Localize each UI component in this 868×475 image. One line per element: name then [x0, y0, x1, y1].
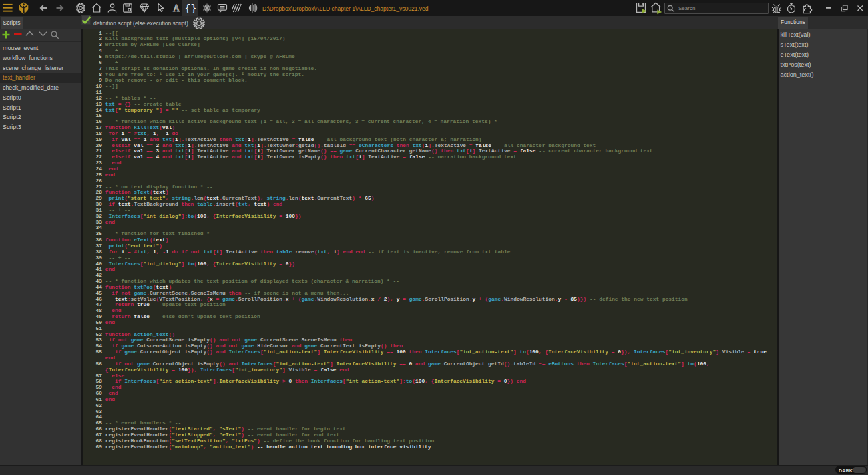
svg-text:{}: {} [185, 3, 196, 14]
svg-text:A: A [173, 3, 180, 13]
